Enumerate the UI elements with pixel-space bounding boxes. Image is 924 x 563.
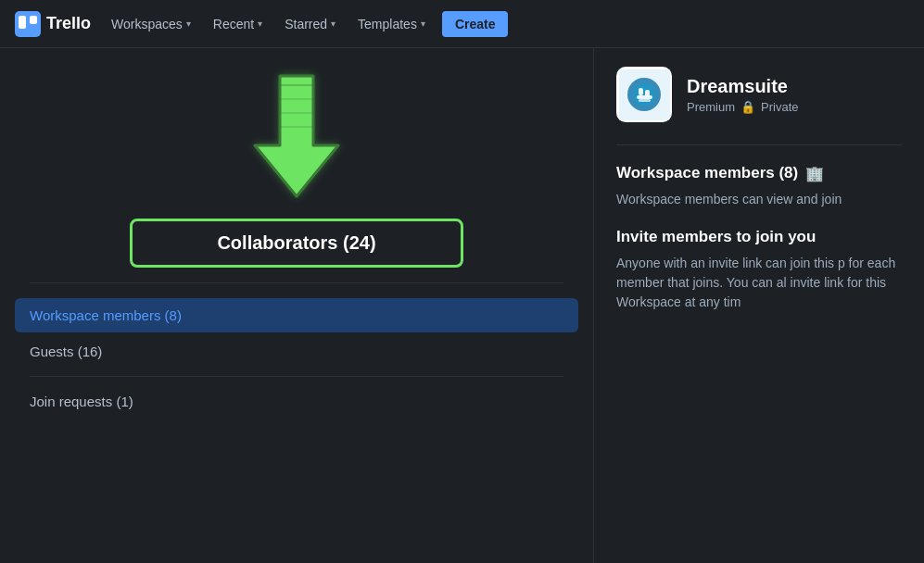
trello-wordmark: Trello — [46, 14, 91, 33]
workspace-name: Dreamsuite — [687, 76, 798, 97]
guests-label: Guests (16) — [30, 344, 102, 359]
svg-rect-2 — [30, 16, 37, 24]
workspace-members-menu-item[interactable]: Workspace members (8) — [15, 298, 578, 332]
workspace-meta: Premium 🔒 Private — [687, 100, 798, 114]
right-divider — [616, 144, 902, 145]
building-icon: 🏢 — [805, 165, 824, 182]
join-requests-label: Join requests (1) — [30, 394, 133, 409]
svg-rect-10 — [639, 88, 643, 95]
invite-description: Anyone with an invite link can join this… — [616, 254, 902, 312]
workspace-privacy: Private — [761, 100, 798, 114]
starred-nav-label: Starred — [285, 17, 327, 31]
navbar: Trello Workspaces ▾ Recent ▾ Starred ▾ T… — [0, 0, 924, 48]
lock-icon: 🔒 — [740, 100, 755, 114]
workspace-members-description: Workspace members can view and join — [616, 190, 902, 209]
workspaces-nav-label: Workspaces — [111, 17, 183, 31]
workspace-members-section-title: Workspace members (8) 🏢 — [616, 164, 902, 182]
workspace-header: Dreamsuite Premium 🔒 Private — [616, 67, 902, 122]
right-panel: Dreamsuite Premium 🔒 Private Workspace m… — [593, 48, 924, 563]
main-content: Collaborators (24) Workspace members (8)… — [0, 48, 924, 563]
recent-nav-button[interactable]: Recent ▾ — [204, 11, 272, 37]
workspaces-chevron-icon: ▾ — [186, 19, 191, 29]
svg-rect-12 — [637, 95, 652, 99]
templates-chevron-icon: ▾ — [421, 19, 425, 29]
invite-section-title: Invite members to join you — [616, 228, 902, 246]
left-divider — [30, 282, 563, 283]
guests-menu-item[interactable]: Guests (16) — [15, 334, 578, 369]
left-panel: Collaborators (24) Workspace members (8)… — [0, 48, 593, 563]
trello-logo[interactable]: Trello — [15, 11, 91, 37]
workspace-avatar — [616, 67, 672, 122]
workspace-members-title-text: Workspace members (8) — [616, 164, 798, 182]
workspaces-nav-button[interactable]: Workspaces ▾ — [102, 11, 200, 37]
templates-nav-button[interactable]: Templates ▾ — [348, 11, 435, 37]
collaborators-button[interactable]: Collaborators (24) — [130, 219, 463, 268]
menu-list: Workspace members (8) Guests (16) Join r… — [0, 298, 593, 420]
starred-nav-button[interactable]: Starred ▾ — [275, 11, 345, 37]
workspace-info: Dreamsuite Premium 🔒 Private — [687, 76, 798, 114]
svg-rect-13 — [639, 99, 651, 102]
workspace-members-label: Workspace members (8) — [30, 307, 182, 323]
recent-chevron-icon: ▾ — [258, 19, 262, 29]
down-arrow-icon — [232, 67, 361, 206]
menu-divider — [30, 376, 563, 377]
starred-chevron-icon: ▾ — [331, 19, 335, 29]
trello-logo-icon — [15, 11, 41, 37]
svg-point-9 — [633, 83, 655, 106]
workspace-logo-icon — [619, 69, 670, 120]
create-button[interactable]: Create — [442, 11, 509, 37]
recent-nav-label: Recent — [213, 17, 254, 31]
join-requests-menu-item[interactable]: Join requests (1) — [15, 384, 578, 419]
templates-nav-label: Templates — [358, 17, 417, 31]
svg-rect-1 — [19, 16, 26, 29]
arrow-annotation — [232, 67, 361, 209]
workspace-plan: Premium — [687, 100, 735, 114]
